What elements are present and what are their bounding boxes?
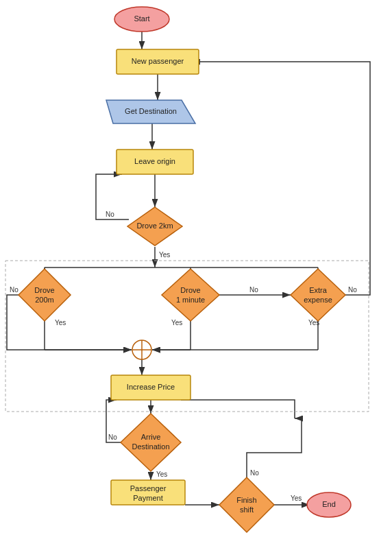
drove-200m-label1: Drove — [34, 286, 54, 294]
get-destination-label: Get Destination — [125, 107, 177, 115]
label-no-drove2km: No — [106, 211, 114, 218]
label-no-extra: No — [348, 286, 357, 294]
drove-200m-label2: 200m — [35, 296, 54, 304]
label-no-finish: No — [250, 469, 259, 477]
label-yes-200m: Yes — [55, 319, 66, 326]
passenger-payment-label1: Passenger — [130, 484, 167, 492]
finish-shift-label1: Finish — [236, 496, 256, 504]
finish-shift-label2: shift — [240, 506, 254, 514]
label-no-1min: No — [249, 286, 258, 294]
label-yes-arrive: Yes — [156, 471, 167, 478]
arrow-extra-no — [192, 62, 370, 295]
increase-price-label: Increase Price — [127, 383, 175, 391]
start-label: Start — [134, 14, 149, 23]
end-label: End — [322, 500, 336, 508]
label-yes-finish: Yes — [291, 495, 302, 502]
label-no-arrive: No — [108, 433, 117, 441]
extra-expense-label1: Extra — [309, 286, 328, 294]
drove-1min-label1: Drove — [180, 286, 200, 294]
passenger-payment-label2: Payment — [133, 494, 162, 502]
leave-origin-label: Leave origin — [134, 157, 175, 165]
drove-2km-label: Drove 2km — [136, 222, 173, 230]
label-yes-drove2km: Yes — [159, 251, 170, 259]
arrive-dest-label2: Destination — [132, 442, 169, 451]
arrow-loop-right — [181, 400, 295, 418]
extra-expense-label2: expense — [304, 296, 332, 304]
drove-1min-label2: 1 minute — [176, 296, 205, 304]
label-yes-1min: Yes — [171, 319, 182, 326]
arrive-dest-label1: Arrive — [141, 433, 161, 441]
new-passenger-label: New passenger — [132, 57, 184, 65]
label-no-200m: No — [10, 286, 19, 294]
arrow-drove200m-no — [7, 295, 132, 350]
